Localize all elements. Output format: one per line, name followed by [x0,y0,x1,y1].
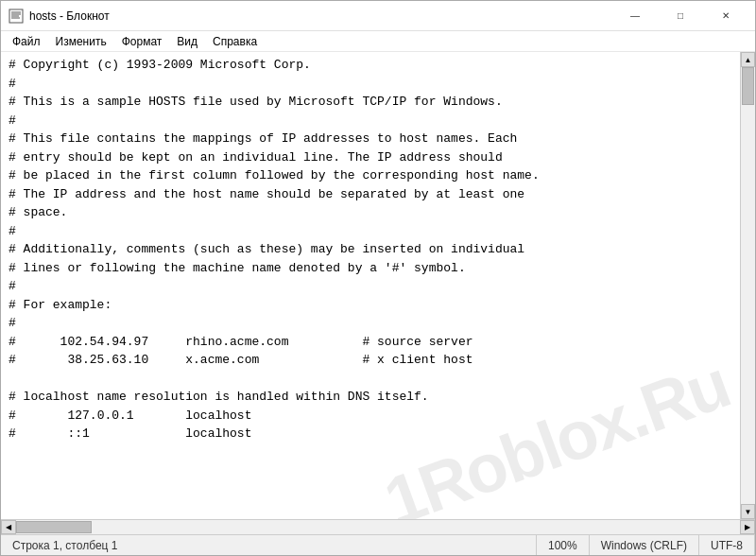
app-icon [9,9,24,24]
main-window: hosts - Блокнот — □ ✕ Файл Изменить Форм… [0,0,756,556]
menu-view[interactable]: Вид [169,33,205,50]
status-encoding: UTF-8 [699,535,755,555]
scroll-up-button[interactable]: ▲ [741,52,755,67]
vertical-scrollbar[interactable]: ▲ ▼ [740,52,755,519]
status-zoom: 100% [537,535,590,555]
scroll-down-button[interactable]: ▼ [741,504,755,519]
scroll-track-v[interactable] [741,67,755,504]
horizontal-scrollbar[interactable]: ◀ ▶ [1,519,755,534]
menu-format[interactable]: Формат [114,33,170,50]
title-bar: hosts - Блокнот — □ ✕ [1,1,755,31]
status-position: Строка 1, столбец 1 [1,535,537,555]
scroll-left-button[interactable]: ◀ [1,520,16,534]
scroll-thumb-h[interactable] [16,521,92,533]
maximize-button[interactable]: □ [659,1,702,31]
scroll-right-button[interactable]: ▶ [740,520,755,534]
minimize-button[interactable]: — [613,1,657,31]
menu-file[interactable]: Файл [5,33,48,50]
close-button[interactable]: ✕ [704,1,747,31]
scroll-thumb-v[interactable] [742,67,754,105]
editor-container: # Copyright (c) 1993-2009 Microsoft Corp… [1,52,755,519]
window-controls: — □ ✕ [613,1,747,31]
menu-help[interactable]: Справка [205,33,265,50]
window-title: hosts - Блокнот [29,9,613,23]
text-editor[interactable]: # Copyright (c) 1993-2009 Microsoft Corp… [1,52,740,519]
scroll-track-h[interactable] [16,520,740,534]
menu-edit[interactable]: Изменить [48,33,114,50]
status-bar: Строка 1, столбец 1 100% Windows (CRLF) … [1,534,755,555]
status-line-ending: Windows (CRLF) [590,535,699,555]
menu-bar: Файл Изменить Формат Вид Справка [1,31,755,52]
